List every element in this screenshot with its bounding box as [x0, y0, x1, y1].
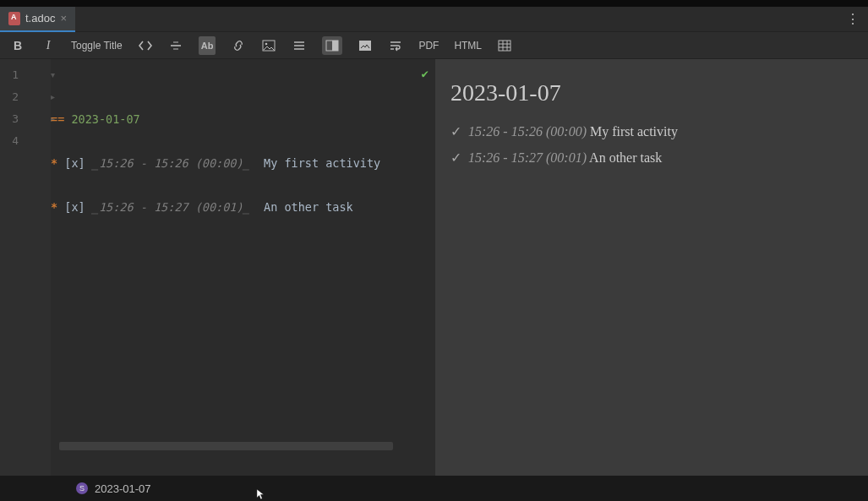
pdf-button[interactable]: PDF — [418, 36, 439, 55]
image-icon[interactable] — [261, 36, 276, 55]
line-number: 4 — [0, 130, 19, 152]
line-number: 3 — [0, 108, 19, 130]
split-view-icon[interactable] — [322, 36, 342, 55]
preview-heading: 2023-01-07 — [450, 79, 848, 106]
list-star: * — [51, 156, 57, 170]
code-area[interactable]: ✔ == 2023-01-07 * [x] _15:26 - 15:26 (00… — [51, 59, 435, 476]
table-icon[interactable] — [497, 36, 512, 55]
preview-desc: An other task — [589, 150, 662, 165]
code-icon[interactable] — [138, 36, 153, 55]
toggle-title-button[interactable]: Toggle Title — [71, 36, 123, 55]
status-bar: S 2023-01-07 — [0, 476, 868, 501]
svg-rect-3 — [332, 41, 338, 51]
toolbar: B I Toggle Title Ab PDF HTML — [0, 32, 868, 59]
horizontal-scrollbar[interactable] — [59, 442, 393, 450]
preview-time: 15:26 - 15:26 (00:00) — [468, 124, 587, 139]
line-number: 2 — [0, 86, 19, 108]
preview-time: 15:26 - 15:27 (00:01) — [468, 150, 587, 165]
heading-text: 2023-01-07 — [71, 112, 139, 126]
picture-icon[interactable] — [358, 36, 373, 55]
preview-pane: 2023-01-07 ✓ 15:26 - 15:26 (00:00) My fi… — [435, 59, 868, 476]
file-icon — [8, 12, 20, 25]
check-icon: ✓ — [450, 150, 461, 165]
svg-rect-5 — [499, 41, 510, 51]
preview-item: ✓ 15:26 - 15:26 (00:00) My first activit… — [450, 123, 848, 139]
status-text[interactable]: 2023-01-07 — [95, 482, 151, 495]
item-desc: An other task — [264, 200, 353, 214]
check-icon: ✓ — [450, 124, 461, 139]
italic-button[interactable]: I — [41, 36, 56, 55]
bold-button[interactable]: B — [10, 36, 25, 55]
check-ok-icon: ✔ — [422, 63, 429, 84]
html-button[interactable]: HTML — [454, 36, 482, 55]
checkbox-text: [x] — [64, 156, 85, 170]
checkbox-text: [x] — [64, 200, 85, 214]
time-range: _15:26 - 15:27 (00:01)_ — [92, 200, 250, 214]
preview-item: ✓ 15:26 - 15:27 (00:01) An other task — [450, 150, 848, 166]
item-desc: My first activity — [264, 156, 380, 170]
mouse-cursor-icon — [256, 488, 265, 501]
time-range: _15:26 - 15:26 (00:00)_ — [92, 156, 250, 170]
svg-point-1 — [265, 42, 268, 45]
heading-marker: == — [51, 112, 64, 126]
list-star: * — [51, 200, 57, 214]
line-gutter: 1 2 3 4 — [0, 59, 51, 476]
list-icon[interactable] — [292, 36, 307, 55]
window-top-strip — [0, 0, 868, 7]
line-number: 1 — [0, 64, 19, 86]
structure-badge[interactable]: S — [76, 482, 88, 494]
wrap-icon[interactable] — [388, 36, 403, 55]
tab-bar: t.adoc × ⋮ — [0, 7, 868, 32]
strikethrough-icon[interactable] — [168, 36, 183, 55]
close-tab-icon[interactable]: × — [60, 12, 67, 25]
link-icon[interactable] — [231, 36, 246, 55]
more-menu-icon[interactable]: ⋮ — [838, 11, 868, 27]
svg-rect-4 — [359, 41, 371, 51]
editor-pane[interactable]: 1 2 3 4 ▾▸▸ ✔ == 2023-01-07 * [x] _15:26… — [0, 59, 435, 476]
ab-button[interactable]: Ab — [199, 36, 216, 55]
file-tab-label: t.adoc — [25, 12, 55, 25]
preview-desc: My first activity — [590, 124, 678, 139]
file-tab[interactable]: t.adoc × — [0, 7, 75, 32]
